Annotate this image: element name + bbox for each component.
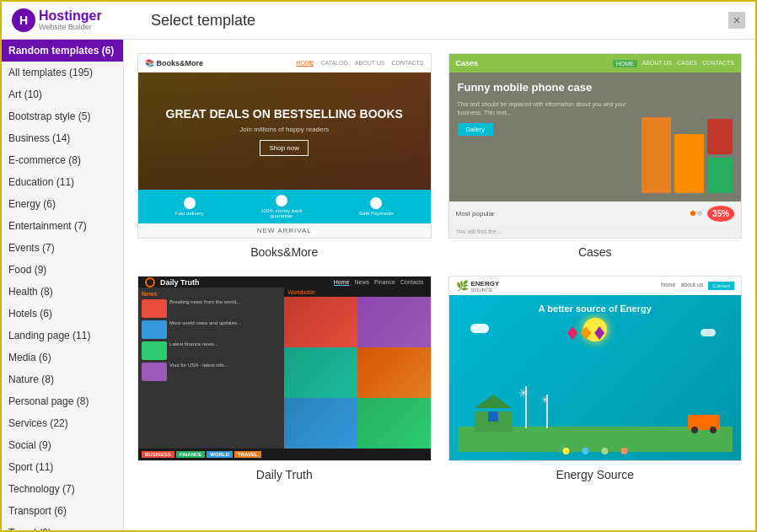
daily-nav-finance: Finance bbox=[374, 279, 395, 286]
daily-section-worldwide: Worldwide bbox=[284, 287, 430, 297]
tag-business: BUSINESS bbox=[142, 451, 174, 458]
cases-nav-links: HOME ABOUT US CASES CONTACTS bbox=[613, 60, 734, 67]
tag-finance: FINANCE bbox=[176, 451, 206, 458]
energy-house-wrap bbox=[475, 395, 513, 428]
sidebar-item-social[interactable]: Social (9) bbox=[2, 434, 123, 456]
sidebar-item-services[interactable]: Services (22) bbox=[2, 412, 123, 434]
daily-grid-img-5 bbox=[284, 398, 357, 449]
energy-flags bbox=[567, 326, 604, 340]
books-hero: GREAT DEALS ON BESTSELLING BOOKS Join mi… bbox=[138, 73, 431, 190]
daily-logo-circle bbox=[145, 277, 155, 287]
daily-content: News Breaking news from the world... Mor… bbox=[138, 287, 431, 449]
daily-section-news: News bbox=[142, 291, 281, 297]
books-hero-sub: Join millions of happy readers bbox=[239, 126, 329, 133]
main-container: H Hostinger Website Builder Select templ… bbox=[0, 0, 757, 532]
sidebar-item-hotels[interactable]: Hotels (6) bbox=[2, 303, 123, 325]
daily-article-img-3 bbox=[142, 341, 167, 360]
sidebar-item-landing[interactable]: Landing page (11) bbox=[2, 325, 123, 347]
energy-logo-text: ENERGY bbox=[471, 280, 500, 287]
tag-world: WORLD bbox=[207, 451, 233, 458]
sidebar-item-sport[interactable]: Sport (11) bbox=[2, 456, 123, 478]
body: Random templates (6) All templates (195)… bbox=[2, 40, 755, 530]
payments-icon bbox=[370, 197, 382, 209]
cases-popular-controls: 35% bbox=[690, 206, 734, 222]
sidebar-item-energy[interactable]: Energy (6) bbox=[2, 193, 123, 215]
daily-article-text-1: Breaking news from the world... bbox=[169, 299, 240, 318]
sidebar-item-food[interactable]: Food (9) bbox=[2, 259, 123, 281]
books-shop-now-button[interactable]: Shop now bbox=[260, 140, 309, 156]
template-name-daily: Daily Truth bbox=[256, 468, 313, 481]
energy-bottom-dots bbox=[562, 443, 627, 456]
books-footer-guarantee: 100% money backguarantee bbox=[260, 195, 302, 218]
template-card-cases[interactable]: Cases HOME ABOUT US CASES CONTACTS Funny… bbox=[448, 53, 743, 259]
sidebar-item-art[interactable]: Art (10) bbox=[2, 83, 123, 105]
energy-nav-about: about us bbox=[680, 282, 703, 290]
daily-article-img-2 bbox=[142, 320, 167, 339]
sidebar-item-travel[interactable]: Travel (9) bbox=[2, 522, 123, 530]
energy-logo-icon: 🌿 bbox=[456, 280, 469, 292]
logo-text-area: Hostinger Website Builder bbox=[39, 8, 102, 31]
books-nav-catalog: CATALOG bbox=[320, 60, 347, 67]
sidebar-item-random[interactable]: Random templates (6) bbox=[2, 40, 123, 62]
sidebar-item-all[interactable]: All templates (195) bbox=[2, 62, 123, 83]
sidebar-item-personal[interactable]: Personal page (8) bbox=[2, 390, 123, 412]
logo-icon: H bbox=[12, 8, 35, 32]
daily-nav-contacts: Contacts bbox=[400, 279, 424, 286]
energy-wheel-2 bbox=[710, 427, 717, 433]
daily-article-3: Latest finance news... bbox=[142, 341, 281, 360]
sidebar-item-events[interactable]: Events (7) bbox=[2, 237, 123, 259]
cases-nav-logo: Cases bbox=[456, 59, 479, 67]
daily-nav-links: Home News Finance Contacts bbox=[334, 279, 424, 286]
sidebar-item-media[interactable]: Media (6) bbox=[2, 347, 123, 368]
energy-hero-title: A better source of Energy bbox=[539, 304, 652, 314]
sidebar-item-education[interactable]: Education (11) bbox=[2, 171, 123, 193]
popular-dots bbox=[690, 211, 702, 216]
books-footer-payments-text: Safe Payments bbox=[359, 211, 394, 216]
header: H Hostinger Website Builder Select templ… bbox=[2, 2, 755, 40]
books-nav: 📚 Books&More HOME CATALOG ABOUT US CONTA… bbox=[138, 54, 431, 73]
template-card-energy[interactable]: 🌿 ENERGY SOURCE home about us Contact bbox=[448, 276, 743, 481]
guarantee-icon bbox=[276, 195, 287, 207]
sidebar-item-bootstrap[interactable]: Bootstrap style (5) bbox=[2, 105, 123, 127]
cases-gallery-button[interactable]: Gallery bbox=[458, 123, 493, 136]
books-footer-guarantee-text: 100% money backguarantee bbox=[260, 208, 302, 218]
template-name-cases: Cases bbox=[578, 245, 612, 259]
energy-dot-green bbox=[601, 448, 608, 454]
energy-nav: 🌿 ENERGY SOURCE home about us Contact bbox=[449, 277, 742, 295]
cases-img-red bbox=[707, 119, 733, 154]
sidebar-item-health[interactable]: Health (8) bbox=[2, 281, 123, 303]
sidebar-item-entertainment[interactable]: Entertainment (7) bbox=[2, 215, 123, 237]
template-card-daily[interactable]: Daily Truth Home News Finance Contacts N… bbox=[137, 276, 432, 481]
sidebar-item-business[interactable]: Business (14) bbox=[2, 127, 123, 149]
template-preview-cases: Cases HOME ABOUT US CASES CONTACTS Funny… bbox=[448, 53, 743, 239]
energy-nav-home: home bbox=[661, 282, 676, 290]
energy-flag-2 bbox=[581, 326, 591, 340]
books-nav-contacts: CONTACTS bbox=[392, 60, 424, 67]
template-card-books[interactable]: 📚 Books&More HOME CATALOG ABOUT US CONTA… bbox=[137, 53, 432, 259]
daily-image-grid bbox=[284, 297, 430, 449]
energy-dot-yellow bbox=[562, 448, 569, 454]
logo-main-text: ostinger bbox=[49, 8, 102, 23]
energy-cloud-2 bbox=[701, 329, 716, 336]
books-nav-home: HOME bbox=[296, 60, 314, 67]
energy-nav-contacts-btn[interactable]: Contact bbox=[708, 282, 734, 290]
daily-grid-img-1 bbox=[284, 297, 357, 347]
daily-grid-img-6 bbox=[357, 398, 431, 449]
sidebar-item-transport[interactable]: Transport (6) bbox=[2, 500, 123, 522]
cases-more: You will find the... bbox=[449, 225, 742, 238]
cases-images bbox=[642, 81, 733, 193]
close-button[interactable]: × bbox=[728, 12, 745, 29]
template-preview-books: 📚 Books&More HOME CATALOG ABOUT US CONTA… bbox=[137, 53, 432, 239]
books-nav-about: ABOUT US bbox=[355, 60, 385, 67]
cases-hero: Funny mobile phone case This text should… bbox=[449, 73, 742, 202]
sidebar-item-nature[interactable]: Nature (8) bbox=[2, 368, 123, 390]
cases-img-green bbox=[707, 158, 733, 193]
sidebar: Random templates (6) All templates (195)… bbox=[2, 40, 124, 530]
daily-article-text-2: More world news and updates... bbox=[169, 320, 241, 339]
sidebar-item-technology[interactable]: Technology (7) bbox=[2, 478, 123, 500]
daily-article-text-4: Visa for USA - latest info... bbox=[169, 363, 228, 381]
energy-house-body bbox=[475, 411, 513, 432]
sidebar-item-ecommerce[interactable]: E-commerce (8) bbox=[2, 149, 123, 171]
energy-cloud-2-wrap bbox=[701, 329, 716, 336]
daily-nav-home: Home bbox=[334, 279, 350, 286]
